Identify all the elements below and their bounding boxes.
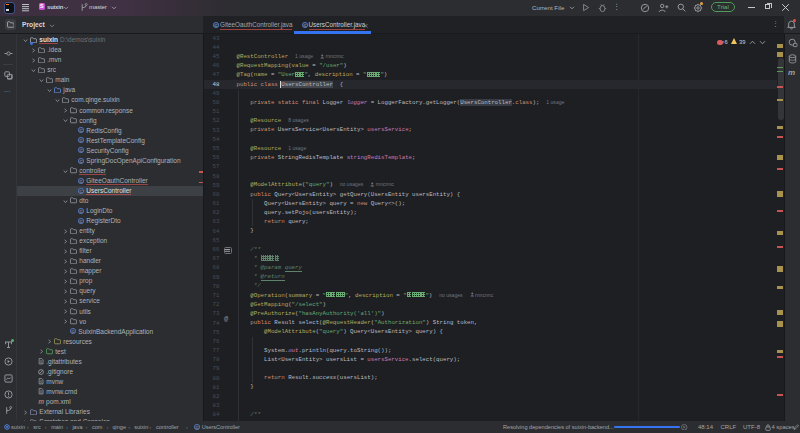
svg-text:C: C <box>80 178 83 183</box>
svg-text:C: C <box>80 218 83 223</box>
svg-text:C: C <box>80 148 83 153</box>
svg-text:C: C <box>80 188 83 193</box>
svg-text:C: C <box>303 23 306 28</box>
svg-text:C: C <box>80 158 83 163</box>
svg-text:C: C <box>214 23 217 28</box>
svg-text:C: C <box>80 138 83 143</box>
svg-text:C: C <box>195 425 198 430</box>
svg-text:C: C <box>80 128 83 133</box>
svg-text:C: C <box>72 329 75 334</box>
svg-text:C: C <box>80 208 83 213</box>
